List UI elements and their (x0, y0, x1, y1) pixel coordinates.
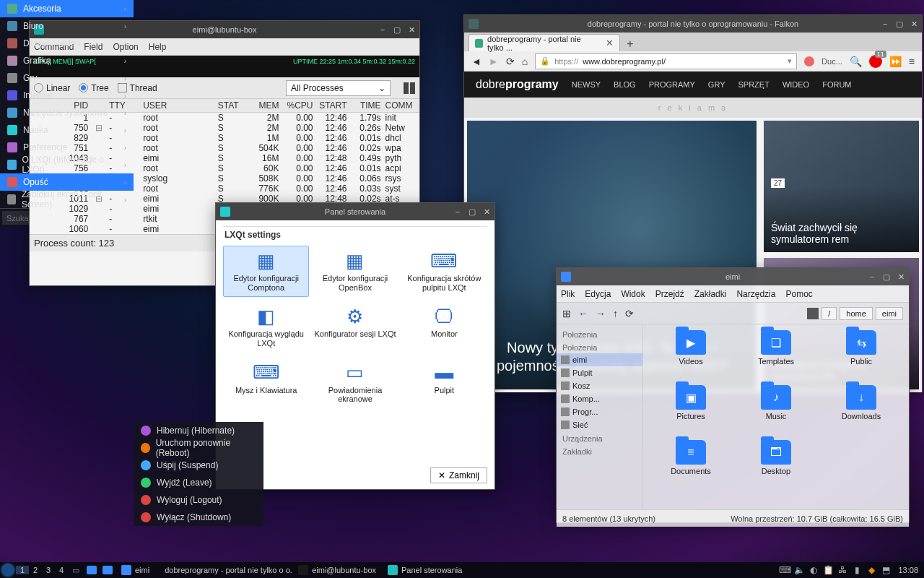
menu-item[interactable]: Opuść› (0, 173, 134, 191)
cpanel-item[interactable]: ⚙Konfigurator sesji LXQt (312, 301, 398, 353)
battery-icon[interactable]: ▮ (852, 565, 862, 575)
col-user[interactable]: USER (143, 100, 218, 111)
menu-item[interactable]: Gry› (0, 69, 134, 87)
home-icon[interactable] (807, 308, 819, 319)
folder-desktop[interactable]: 🗔Desktop (734, 440, 818, 493)
menu-item[interactable]: Narzędzia systemowe› (0, 104, 134, 121)
close-button[interactable]: ✕ (406, 25, 417, 35)
sidebar-item-programs[interactable]: Progr... (557, 405, 642, 418)
close-button[interactable]: ✕ (896, 272, 906, 282)
network-icon[interactable]: 🖧 (837, 565, 847, 575)
start-button[interactable] (0, 562, 16, 578)
show-desktop-icon[interactable]: ▭ (68, 562, 84, 578)
back-button[interactable]: ← (578, 308, 588, 319)
close-button[interactable]: ✕Zamknij (430, 467, 487, 483)
menu-file[interactable]: Plik (561, 289, 575, 299)
notification-icon[interactable]: ◐ (808, 565, 819, 575)
tab-close-icon[interactable]: ✕ (606, 38, 614, 48)
menu-item[interactable]: Dźwięk i wideo› (0, 35, 134, 52)
minimize-button[interactable]: − (880, 19, 890, 29)
process-filter-combo[interactable]: All Processes⌄ (286, 80, 391, 96)
cpanel-item[interactable]: 🖵Monitor (401, 301, 487, 353)
submenu-item[interactable]: Uruchom ponownie (Reboot) (134, 439, 263, 457)
workspace-2[interactable]: 2 (29, 566, 42, 574)
volume-icon[interactable]: 🔈 (794, 565, 804, 575)
tab-active[interactable]: dobreprogramy - portal nie tylko ... ✕ (468, 34, 620, 51)
nav-forum[interactable]: FORUM (822, 80, 851, 89)
menu-help[interactable]: Pomoc (785, 289, 812, 299)
col-stat[interactable]: STAT (218, 100, 245, 111)
cpanel-titlebar[interactable]: Panel sterowania − ▢ ✕ (216, 203, 494, 220)
workspace-1[interactable]: 1 (16, 566, 29, 574)
up-button[interactable]: ↑ (613, 308, 618, 319)
new-tab-button[interactable]: + (623, 37, 637, 51)
submenu-item[interactable]: Uśpij (Suspend) (134, 457, 263, 474)
new-tab-icon[interactable]: ⊞ (562, 308, 571, 319)
submenu-item[interactable]: Wyłącz (Shutdown) (134, 509, 263, 526)
site-logo[interactable]: dobreprogramy (476, 78, 559, 91)
menu-item[interactable]: Biuro› (0, 17, 134, 35)
folder-public[interactable]: ⇆Public (819, 330, 903, 384)
maximize-button[interactable]: ▢ (881, 272, 892, 282)
side-article-1[interactable]: 27 Świat zachwycił się symulatorem rem (764, 121, 919, 252)
reload-button[interactable]: ⟳ (506, 56, 515, 67)
tray-icon[interactable]: ⬒ (881, 565, 891, 575)
back-button[interactable]: ◄ (471, 56, 481, 67)
columns-icon[interactable] (404, 82, 415, 94)
col-cmd[interactable]: COMM (381, 100, 415, 111)
minimize-button[interactable]: − (378, 25, 388, 35)
menu-item[interactable]: Nauka› (0, 121, 134, 139)
folder-music[interactable]: ♪Music (734, 385, 818, 439)
minimize-button[interactable]: − (453, 207, 463, 217)
submenu-item[interactable]: Hibernuj (Hibernate) (134, 422, 263, 439)
folder-videos[interactable]: ▶Videos (649, 330, 733, 384)
menu-item[interactable]: O LXQt (Informacje o LXQt)› (0, 156, 134, 173)
folder-templates[interactable]: ❏Templates (734, 330, 818, 384)
path-home[interactable]: home (840, 307, 873, 320)
cpanel-item[interactable]: ▦Edytor konfiguracji OpenBox (312, 246, 398, 297)
opera-icon[interactable] (869, 55, 882, 68)
menu-bookmarks[interactable]: Zakładki (694, 289, 727, 299)
taskbar-task[interactable]: dobreprogramy - portal nie tylko o o... (155, 565, 292, 575)
path-root[interactable]: / (821, 307, 837, 320)
maximize-button[interactable]: ▢ (392, 25, 402, 35)
fast-forward-icon[interactable]: ⏩ (889, 56, 902, 67)
file-manager-launcher[interactable] (84, 562, 100, 578)
cpanel-item[interactable]: ▭Powiadomienia ekranowe (312, 358, 398, 409)
duckduckgo-icon[interactable] (804, 56, 814, 66)
hamburger-icon[interactable]: ≡ (909, 56, 915, 67)
browser-titlebar[interactable]: dobreprogramy - portal nie tylko o oprog… (464, 15, 922, 33)
sidebar-item-trash[interactable]: Kosz (557, 379, 642, 392)
fm-titlebar[interactable]: eimi − ▢ ✕ (557, 268, 909, 285)
maximize-button[interactable]: ▢ (894, 19, 905, 29)
nav-programy[interactable]: PROGRAMY (649, 80, 695, 89)
fm-icon-view[interactable]: ▶Videos❏Templates⇆Public▣Pictures♪Music↓… (643, 324, 909, 509)
menu-edit[interactable]: Edycja (585, 289, 611, 299)
col-time[interactable]: TIME (347, 100, 381, 111)
menu-go[interactable]: Przejdź (655, 289, 684, 299)
nav-newsy[interactable]: NEWSY (572, 80, 601, 89)
clipboard-icon[interactable]: 📋 (823, 565, 833, 575)
folder-pictures[interactable]: ▣Pictures (649, 385, 733, 439)
close-button[interactable]: ✕ (909, 19, 919, 29)
menu-item[interactable]: Zablokuj ekran (Lock Screen)› (0, 191, 134, 208)
close-button[interactable]: ✕ (481, 207, 492, 217)
nav-gry[interactable]: GRY (708, 80, 725, 89)
taskbar-task[interactable]: eimi (116, 565, 155, 575)
keyboard-icon[interactable]: ⌨ (780, 565, 790, 575)
menu-item[interactable]: Grafika› (0, 52, 134, 69)
menu-item[interactable]: Internet› (0, 87, 134, 104)
col-start[interactable]: START (313, 100, 346, 111)
sidebar-item-computer[interactable]: Komp... (557, 392, 642, 405)
sidebar-item-home[interactable]: eimi (557, 353, 642, 366)
sidebar-item-desktop[interactable]: Pulpit (557, 366, 642, 379)
cpanel-item[interactable]: ▦Edytor konfiguracji Comptona (223, 246, 309, 297)
home-button[interactable]: ⌂ (522, 56, 528, 67)
cpanel-item[interactable]: ▬Pulpit (401, 358, 487, 409)
folder-documents[interactable]: ≡Documents (649, 440, 733, 493)
updates-icon[interactable]: ◆ (866, 565, 876, 575)
col-mem[interactable]: MEM (245, 100, 279, 111)
menu-item[interactable]: Akcesoria› (0, 0, 134, 17)
forward-button[interactable]: ► (489, 56, 499, 67)
taskbar-task[interactable]: eimi@lubuntu-box (292, 565, 382, 575)
